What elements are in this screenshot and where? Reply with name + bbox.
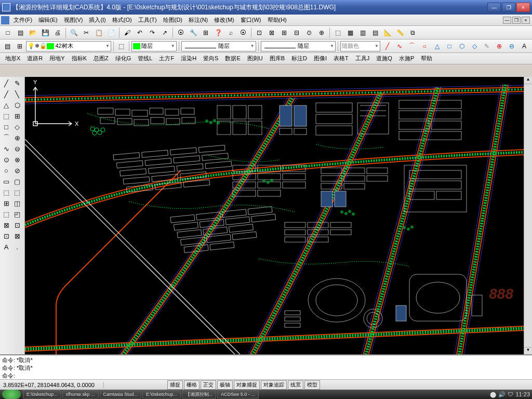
menu-视图V[interactable]: 视图(V) [61, 15, 86, 25]
draw-tool-9-1[interactable]: ▢ [12, 176, 22, 187]
window-close-button[interactable]: × [516, 3, 530, 12]
drawing-canvas[interactable]: X Y 888 [25, 77, 524, 354]
toolbar-button-3[interactable]: 💾 [39, 27, 51, 38]
plotstyle-combo[interactable]: 随颜色▼ [340, 41, 380, 51]
modify-tool-0[interactable]: ╱ [381, 41, 393, 52]
taskbar-item[interactable]: ACDSee 5.0 - ... [217, 390, 259, 398]
planning-menu-道路R[interactable]: 道路R [24, 54, 46, 63]
color-combo[interactable]: 随层▼ [131, 41, 177, 51]
menu-标注N[interactable]: 标注(N) [185, 15, 211, 25]
menu-帮助H[interactable]: 帮助(H) [264, 15, 290, 25]
modify-tool-4[interactable]: △ [431, 41, 443, 52]
menu-编辑E[interactable]: 编辑(E) [35, 15, 61, 25]
doc-close-button[interactable]: × [522, 17, 530, 24]
system-tray[interactable]: ⬤ 🔊 🛡 11:23 [488, 391, 532, 398]
status-toggle-正交[interactable]: 正交 [201, 380, 216, 390]
modify-tool-8[interactable]: ✎ [481, 41, 493, 52]
planning-menu-指标K[interactable]: 指标K [69, 54, 90, 63]
draw-tool-13-0[interactable]: ⊠ [1, 220, 11, 230]
menu-修改M[interactable]: 修改(M) [211, 15, 237, 25]
layer-combo[interactable]: 💡❄🔓 42树木 ▼ [26, 41, 111, 51]
planning-menu-绿化G[interactable]: 绿化G [112, 54, 135, 63]
toolbar-button-28[interactable]: ▤ [369, 27, 381, 38]
draw-tool-0-0[interactable]: ╱ [1, 78, 11, 88]
draw-tool-2-0[interactable]: △ [1, 100, 11, 110]
toolbar-button-1[interactable]: ▤ [15, 27, 26, 38]
status-toggle-捕捉[interactable]: 捕捉 [167, 380, 183, 390]
draw-tool-5-1[interactable]: ⊕ [12, 132, 22, 143]
toolbar-button-29[interactable]: 📐 [382, 27, 393, 38]
modify-tool-2[interactable]: ⌒ [406, 41, 418, 52]
toolbar-button-18[interactable]: ⦿ [237, 27, 249, 38]
status-toggle-线宽[interactable]: 线宽 [288, 380, 303, 390]
toolbar-button-24[interactable]: ⊕ [316, 27, 327, 38]
layer-prev-button[interactable]: ⬚ [116, 41, 127, 52]
planning-menu-帮助[interactable]: 帮助 [418, 54, 436, 63]
doc-restore-button[interactable]: ❐ [512, 17, 521, 24]
toolbar-button-5[interactable]: 🔍 [68, 27, 79, 38]
toolbar-button-9[interactable]: 🖌 [122, 27, 133, 38]
toolbar-button-10[interactable]: ↶ [134, 27, 145, 38]
modify-tool-1[interactable]: ∿ [394, 41, 405, 52]
draw-tool-8-1[interactable]: ⊘ [12, 165, 22, 176]
planning-menu-图像I[interactable]: 图像I [311, 54, 330, 63]
taskbar-item[interactable]: 【湘源控制... [182, 390, 217, 398]
modify-tool-11[interactable]: A [518, 41, 530, 52]
draw-tool-12-0[interactable]: ⬚ [1, 209, 11, 219]
toolbar-button-31[interactable]: ⧉ [407, 27, 418, 38]
linetype-combo[interactable]: 随层▼ [181, 41, 256, 51]
start-button[interactable] [2, 390, 21, 399]
toolbar-button-12[interactable]: ↗ [159, 27, 170, 38]
draw-tool-13-1[interactable]: ⊡ [12, 220, 22, 230]
menu-文件F[interactable]: 文件(F) [10, 15, 35, 25]
toolbar-button-20[interactable]: ⊠ [266, 27, 277, 38]
toolbar-button-16[interactable]: ❓ [212, 27, 224, 38]
draw-tool-7-1[interactable]: ⊗ [12, 154, 22, 165]
taskbar-item[interactable]: xfhorse.skp ... [62, 390, 99, 398]
status-toggle-对象捕捉[interactable]: 对象捕捉 [234, 380, 260, 390]
draw-tool-6-1[interactable]: ⊖ [12, 143, 22, 154]
draw-tool-11-1[interactable]: ◫ [12, 198, 22, 208]
planning-menu-渲染H[interactable]: 渲染H [178, 54, 200, 63]
status-toggle-模型[interactable]: 模型 [304, 380, 320, 390]
doc-minimize-button[interactable]: — [503, 17, 511, 24]
modify-tool-5[interactable]: □ [444, 41, 455, 52]
menu-工具T[interactable]: 工具(T) [135, 15, 160, 25]
status-toggle-栅格[interactable]: 栅格 [184, 380, 200, 390]
planning-menu-竖向S[interactable]: 竖向S [200, 54, 222, 63]
draw-tool-4-1[interactable]: ◇ [12, 122, 22, 132]
planning-menu-用地Y[interactable]: 用地Y [46, 54, 68, 63]
modify-tool-3[interactable]: ○ [419, 41, 430, 52]
planning-menu-数据E[interactable]: 数据E [222, 54, 244, 63]
planning-menu-水施P[interactable]: 水施P [396, 54, 418, 63]
draw-tool-8-0[interactable]: ○ [1, 165, 11, 176]
command-prompt[interactable]: 命令: [2, 372, 530, 379]
toolbar-button-26[interactable]: ▦ [344, 27, 356, 38]
vertical-scrollbar[interactable]: ▲ ▼ [524, 77, 532, 354]
draw-tool-0-1[interactable]: ✎ [12, 78, 22, 88]
layer-states-button[interactable]: ⊞ [14, 41, 25, 52]
taskbar-item[interactable]: E:\0sketchup... [142, 390, 181, 398]
menu-绘图D[interactable]: 绘图(D) [160, 15, 185, 25]
toolbar-button-23[interactable]: ⊙ [303, 27, 315, 38]
planning-menu-图则U[interactable]: 图则U [244, 54, 267, 63]
toolbar-button-4[interactable]: 🖨 [52, 27, 63, 38]
planning-menu-工具J[interactable]: 工具J [352, 54, 374, 63]
tray-icon[interactable]: 🔊 [498, 391, 506, 398]
planning-menu-标注D[interactable]: 标注D [288, 54, 311, 63]
planning-menu-表格T[interactable]: 表格T [330, 54, 352, 63]
taskbar-item[interactable]: E:\0sketchup... [23, 390, 61, 398]
modify-tool-9[interactable]: ⊕ [494, 41, 505, 52]
planning-menu-道施Q[interactable]: 道施Q [373, 54, 396, 63]
toolbar-button-7[interactable]: 📋 [93, 27, 104, 38]
planning-menu-土方F[interactable]: 土方F [156, 54, 178, 63]
draw-tool-1-1[interactable]: ╲ [12, 89, 22, 99]
draw-tool-15-1[interactable]: . [12, 242, 22, 252]
draw-tool-10-0[interactable]: ⬚ [1, 187, 11, 197]
layer-manager-button[interactable]: ▤ [2, 41, 13, 52]
draw-tool-3-1[interactable]: ⊞ [12, 111, 22, 121]
toolbar-button-25[interactable]: ⬚ [332, 27, 343, 38]
toolbar-button-6[interactable]: ✂ [81, 27, 92, 38]
toolbar-button-27[interactable]: ▥ [357, 27, 368, 38]
toolbar-button-21[interactable]: ⊞ [278, 27, 290, 38]
